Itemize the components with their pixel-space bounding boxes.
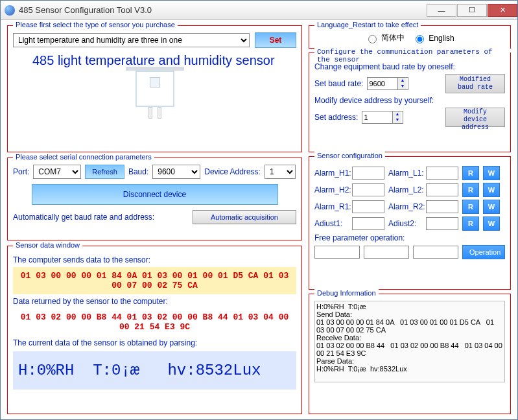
auto-baud-label: Automatically get baud rate and address: [13,213,187,222]
app-icon [5,5,15,16]
debug-legend: Debug Information [314,289,379,297]
minimize-button[interactable]: — [427,4,456,17]
send-label: The computer sends data to the sensor: [13,255,296,264]
auto-acquisition-button[interactable]: Automatic acquisition [193,210,296,224]
adjust2-input[interactable] [426,217,458,230]
sensor-type-group: Please first select the type of sensor y… [7,25,302,152]
addr-change-label: Modify device address by yourself: [314,96,505,105]
content: Please first select the type of sensor y… [1,20,517,419]
spin-down-icon[interactable]: ▼ [397,84,406,89]
set-button[interactable]: Set [255,32,296,48]
alarm-h1-label: Alarm_H1: [314,169,348,178]
debug-textarea[interactable] [314,301,505,382]
sensor-data-group: Sensor data window The computer sends da… [7,246,302,414]
lang-cn-radio[interactable]: 简体中 [365,32,405,43]
comm-params-group: Configure the communication parameters o… [309,52,511,152]
modify-baud-button[interactable]: Modified baud rate [445,74,505,93]
lang-en-radio[interactable]: English [412,33,454,43]
recv-hex: 01 03 02 00 00 B8 44 01 03 02 00 00 B8 4… [13,309,296,336]
alarm-h1-input[interactable] [352,167,384,180]
alarm-r2-input[interactable] [426,200,458,213]
alarm1-write-button[interactable]: W [483,166,500,180]
alarm-h2-label: Alarm_H2: [314,185,348,194]
alarm2-write-button[interactable]: W [483,183,500,197]
free-op-input-2[interactable] [364,246,409,259]
set-baud-label: Set baud rate: [314,79,363,88]
parse-label: The current data of the sensor is obtain… [13,338,296,347]
left-column: Please first select the type of sensor y… [7,25,302,414]
spin-up-icon[interactable]: ▲ [392,111,401,117]
free-op-label: Free parameter operation: [314,233,405,242]
alarm1-read-button[interactable]: R [462,166,479,180]
serial-legend: Please select serial connection paramete… [13,153,154,161]
set-baud-input[interactable]: ▲▼ [367,77,408,90]
adjust1-label: Adiust1: [314,219,348,228]
sensor-config-group: Sensor configuration Alarm_H1: Alarm_L1:… [309,156,511,290]
set-address-input[interactable]: ▲▼ [362,111,403,124]
sensor-type-select[interactable]: Light temperature and humidity are three… [13,33,250,47]
close-button[interactable]: ✕ [488,4,517,17]
alarm-l1-input[interactable] [426,167,458,180]
sensor-type-legend: Please first select the type of sensor y… [13,21,178,29]
port-label: Port: [13,167,29,176]
adjust-read-button[interactable]: R [462,216,479,231]
language-group: Language_Restart to take effect 简体中 Engl… [309,25,511,49]
comm-params-legend: Configure the communication parameters o… [314,48,510,64]
port-select[interactable]: COM7 [33,165,81,179]
alarm-r1-input[interactable] [352,200,384,213]
window-title: 485 Sensor Configuration Tool V3.0 [19,5,426,15]
sensor-title: 485 light temperature and humidity senso… [32,53,296,68]
debug-group: Debug Information [309,294,511,414]
baud-select[interactable]: 9600 [152,165,200,179]
serial-group: Please select serial connection paramete… [7,158,302,240]
alarm-l2-input[interactable] [426,183,458,196]
alarm2-read-button[interactable]: R [462,183,479,197]
set-address-label: Set address: [314,113,358,122]
adjust-write-button[interactable]: W [483,216,500,231]
alarm-h2-input[interactable] [352,183,384,196]
alarmR-write-button[interactable]: W [483,200,500,214]
spin-down-icon[interactable]: ▼ [392,117,401,123]
refresh-button[interactable]: Refresh [85,165,124,179]
alarm-l1-label: Alarm_L1: [388,169,422,178]
sensor-data-legend: Sensor data window [13,241,82,249]
adjust1-input[interactable] [352,217,384,230]
free-op-input-3[interactable] [413,246,458,259]
spin-up-icon[interactable]: ▲ [397,78,406,84]
device-address-label: Device Address: [204,167,261,176]
parsed-output: H:0%RH T:0¡æ hv:8532Lux [13,351,296,390]
titlebar: 485 Sensor Configuration Tool V3.0 — ☐ ✕ [1,1,517,20]
alarm-l2-label: Alarm_L2: [388,185,422,194]
language-legend: Language_Restart to take effect [314,21,421,29]
disconnect-button[interactable]: Disconnect device [32,184,278,205]
right-column: Language_Restart to take effect 简体中 Engl… [309,25,511,414]
recv-label: Data returned by the sensor to the compu… [13,297,296,306]
sensor-config-legend: Sensor configuration [314,152,385,159]
alarmR-read-button[interactable]: R [462,200,479,214]
operation-button[interactable]: Operation [462,245,505,259]
sensor-image [124,67,186,124]
modify-address-button[interactable]: Modify device address [445,108,505,127]
baud-label: Baud: [128,167,148,176]
adjust2-label: Adiust2: [388,219,422,228]
device-address-select[interactable]: 1 [265,165,296,179]
app-window: 485 Sensor Configuration Tool V3.0 — ☐ ✕… [0,0,518,420]
free-op-input-1[interactable] [314,246,360,259]
baud-change-label: Change equipment baud rate by oneself: [314,62,505,71]
alarm-r1-label: Alarm_R1: [314,202,348,211]
alarm-r2-label: Alarm_R2: [388,202,422,211]
maximize-button[interactable]: ☐ [457,4,487,17]
send-hex: 01 03 00 00 00 01 84 0A 01 03 00 01 00 0… [13,267,296,294]
